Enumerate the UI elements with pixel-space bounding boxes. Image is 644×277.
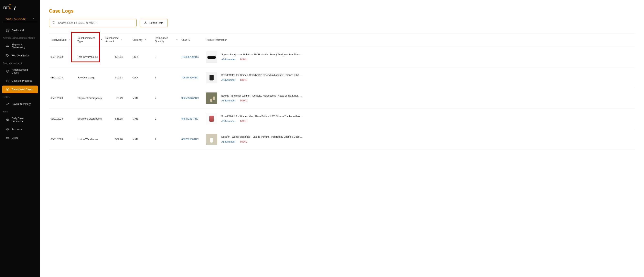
- sidebar-item-label: Cases In Progress: [12, 79, 32, 82]
- svg-point-5: [6, 47, 7, 47]
- logo-part1: ref: [3, 5, 9, 10]
- cell-type: Lost in Warehouse: [76, 138, 104, 141]
- col-reimbursed-amount[interactable]: Reimbursed Amount: [104, 37, 131, 43]
- cell-currency: USD: [131, 56, 153, 58]
- col-reimbursement-type[interactable]: Reimbursement Type: [76, 37, 104, 43]
- cell-amount: $10.53: [104, 76, 131, 79]
- chevron-down-icon[interactable]: [68, 38, 71, 41]
- col-label: Currency: [132, 38, 142, 41]
- cell-date: 03/01/2023: [49, 138, 76, 141]
- svg-rect-2: [6, 30, 7, 31]
- sidebar-item-action-needed[interactable]: Action Needed Cases: [2, 66, 38, 76]
- cell-case-id: 038762538ABC: [180, 138, 204, 141]
- sidebar-item-billing[interactable]: Billing: [2, 134, 38, 142]
- col-reimbursed-qty[interactable]: Reimbursed Quantity: [153, 37, 180, 43]
- cell-amount: $9.29: [104, 97, 131, 100]
- case-link[interactable]: 846372837ABC: [182, 117, 199, 120]
- asin-link[interactable]: ASINnumber: [221, 120, 236, 123]
- asin-link[interactable]: ASINnumber: [221, 58, 236, 61]
- cell-currency: MXN: [131, 117, 153, 120]
- case-link[interactable]: 123456789ABC: [182, 56, 199, 58]
- case-link[interactable]: 038762538ABC: [182, 138, 199, 141]
- svg-point-6: [8, 47, 8, 47]
- col-currency[interactable]: Currency: [131, 38, 153, 41]
- cell-qty: 2: [153, 138, 180, 141]
- table-row: 03/01/2023 Shipment Discrepancy $9.29 MX…: [49, 88, 635, 109]
- cell-qty: 5: [153, 56, 180, 58]
- msku-link[interactable]: MSKU: [240, 58, 248, 61]
- sidebar-item-label: Fee Overcharge: [12, 54, 30, 57]
- svg-point-10: [7, 72, 8, 72]
- col-label: Reimbursement Type: [78, 37, 99, 43]
- sidebar-item-label: Daily Case Preference: [12, 117, 35, 123]
- progress-icon: [6, 79, 9, 83]
- cell-product: Smart Watch for Women Men, Alexa Built-i…: [204, 113, 635, 124]
- cell-type: Lost in Warehouse: [76, 56, 104, 58]
- sidebar-item-reimbursed-cases[interactable]: Reimbursed Cases: [2, 85, 38, 93]
- cell-product: Smart Watch for Women, Smartwatch for An…: [204, 72, 635, 83]
- case-link[interactable]: 398276369ABC: [182, 76, 199, 79]
- cell-type: Fee Overcharge: [76, 76, 104, 79]
- cell-product: Square Sunglasses Polarized UV Protectio…: [204, 51, 635, 63]
- cell-product: Eau de Parfum for Women - Delicate, Flor…: [204, 92, 635, 104]
- col-resolved-date[interactable]: Resolved Date: [49, 38, 76, 41]
- filter-icon[interactable]: [100, 38, 103, 41]
- svg-rect-20: [6, 137, 9, 139]
- msku-link[interactable]: MSKU: [240, 99, 248, 102]
- cell-amount: $46.38: [104, 117, 131, 120]
- cell-type: Shipment Discrepancy: [76, 97, 104, 100]
- sidebar-item-label: Shipment Discrepancy: [12, 43, 35, 49]
- cell-type: Shipment Discrepancy: [76, 117, 104, 120]
- section-history: History: [0, 94, 40, 100]
- msku-link[interactable]: MSKU: [240, 79, 248, 81]
- product-title: Eau de Parfum for Women - Delicate, Flor…: [221, 94, 303, 97]
- export-icon: [144, 21, 147, 25]
- search-wrap[interactable]: [49, 19, 136, 27]
- svg-point-22: [53, 21, 55, 23]
- cell-date: 03/01/2023: [49, 97, 76, 100]
- tag-icon: [6, 54, 9, 57]
- chevron-down-icon[interactable]: [120, 38, 123, 41]
- sidebar-item-payout-summary[interactable]: Payout Summary: [2, 100, 38, 108]
- sidebar-item-dashboard[interactable]: Dashboard: [2, 26, 38, 34]
- card-icon: [6, 136, 9, 140]
- account-selector[interactable]: YOUR_ACCOUNT: [2, 15, 38, 23]
- msku-link[interactable]: MSKU: [240, 140, 248, 143]
- search-input[interactable]: [58, 21, 133, 24]
- export-label: Export Data: [150, 21, 164, 24]
- sidebar-item-label: Action Needed Cases: [12, 68, 35, 74]
- sidebar-item-daily-case-pref[interactable]: Daily Case Preference: [2, 115, 38, 125]
- filter-icon[interactable]: [144, 38, 146, 41]
- svg-rect-0: [6, 29, 7, 30]
- sidebar-item-accounts[interactable]: Accounts: [2, 125, 38, 133]
- product-title: Smart Watch for Women, Smartwatch for An…: [221, 74, 303, 77]
- product-thumb: [206, 92, 217, 104]
- col-product-info: Product Information: [204, 38, 635, 41]
- main-content: Case Logs Export Data Resolved Date: [40, 0, 644, 277]
- search-icon: [52, 21, 56, 25]
- asin-link[interactable]: ASINnumber: [221, 99, 236, 102]
- svg-rect-4: [6, 45, 8, 47]
- asin-link[interactable]: ASINnumber: [221, 79, 236, 81]
- cell-amount: $57.90: [104, 138, 131, 141]
- chevron-down-icon[interactable]: [176, 38, 178, 41]
- cell-currency: MXN: [131, 97, 153, 100]
- svg-rect-3: [8, 30, 9, 31]
- export-button[interactable]: Export Data: [140, 19, 168, 27]
- sidebar-item-fee-overcharge[interactable]: Fee Overcharge: [2, 52, 38, 59]
- sidebar-item-label: Reimbursed Cases: [12, 88, 32, 91]
- case-link[interactable]: 382563846ABC: [182, 97, 199, 100]
- asin-link[interactable]: ASINnumber: [221, 140, 236, 143]
- truck-icon: [6, 44, 9, 48]
- sidebar-item-label: Accounts: [12, 128, 22, 131]
- cell-qty: 2: [153, 97, 180, 100]
- sidebar-item-shipment-discrepancy[interactable]: Shipment Discrepancy: [2, 41, 38, 51]
- section-activate: Activate Reimbursement Module: [0, 35, 40, 41]
- col-label: Product Information: [206, 38, 227, 41]
- col-case-id: Case ID: [180, 38, 204, 41]
- cell-currency: MXN: [131, 138, 153, 141]
- sidebar-item-cases-in-progress[interactable]: Cases In Progress: [2, 77, 38, 85]
- logo-part2: u: [9, 5, 12, 10]
- msku-link[interactable]: MSKU: [240, 120, 248, 123]
- cell-case-id: 398276369ABC: [180, 76, 204, 79]
